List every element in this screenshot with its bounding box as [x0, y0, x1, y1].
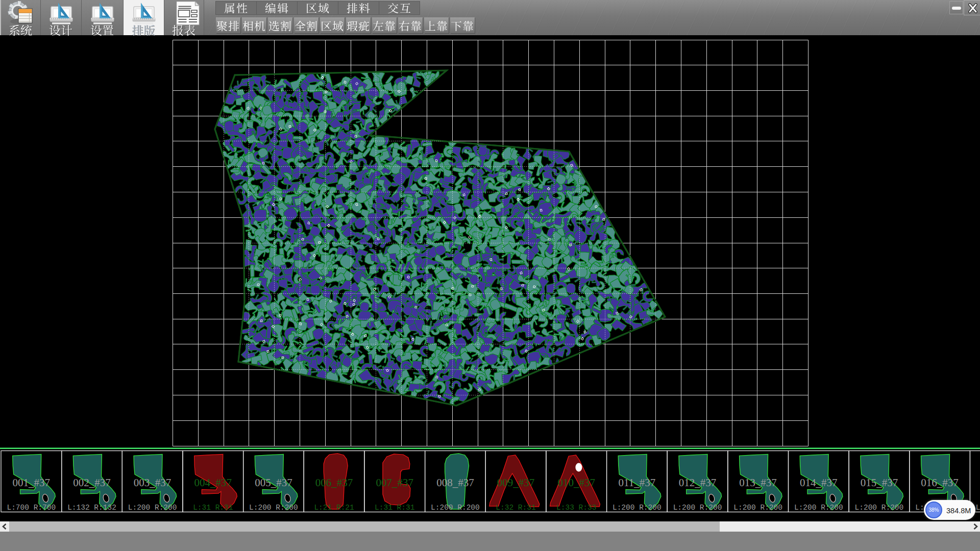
svg-text:016_#37: 016_#37 [921, 477, 959, 489]
svg-text:L:200 R:200: L:200 R:200 [794, 504, 843, 512]
svg-text:L:200 R:200: L:200 R:200 [128, 504, 177, 512]
svg-text:015_#37: 015_#37 [861, 477, 898, 489]
svg-text:L:132 R:132: L:132 R:132 [67, 504, 116, 512]
svg-text:L:200 R:200: L:200 R:200 [733, 504, 782, 512]
svg-text:L:31 R:31: L:31 R:31 [375, 504, 414, 512]
svg-text:009_#37: 009_#37 [497, 477, 535, 489]
svg-text:003_#37: 003_#37 [134, 477, 172, 489]
svg-text:008_#37: 008_#37 [436, 477, 474, 489]
svg-text:001_#37: 001_#37 [13, 477, 51, 489]
svg-text:L:200 R:200: L:200 R:200 [249, 504, 298, 512]
svg-text:L:200 R:200: L:200 R:200 [673, 504, 722, 512]
svg-text:007_#37: 007_#37 [376, 477, 413, 489]
svg-text:014_#37: 014_#37 [800, 477, 838, 489]
svg-text:005_#37: 005_#37 [255, 477, 292, 489]
svg-text:002_#37: 002_#37 [73, 477, 111, 489]
svg-text:L:33 R:33: L:33 R:33 [556, 504, 596, 512]
svg-text:013_#37: 013_#37 [739, 477, 777, 489]
svg-text:012_#37: 012_#37 [679, 477, 717, 489]
svg-text:L:200 R:200: L:200 R:200 [976, 504, 980, 512]
svg-text:004_#37: 004_#37 [194, 477, 232, 489]
svg-text:L:21 R:21: L:21 R:21 [314, 504, 354, 512]
svg-text:L:700 R:700: L:700 R:700 [7, 504, 56, 512]
svg-text:L:32 R:31: L:32 R:31 [496, 504, 535, 512]
svg-text:L:31 R:31: L:31 R:31 [193, 504, 233, 512]
svg-text:L:200 R:200: L:200 R:200 [855, 504, 904, 512]
svg-text:010_#37: 010_#37 [557, 477, 595, 489]
svg-text:L:200 R:200: L:200 R:200 [612, 504, 662, 512]
svg-text:006_#37: 006_#37 [315, 477, 353, 489]
svg-text:L:200 R:200: L:200 R:200 [431, 504, 480, 512]
svg-text:011_#37: 011_#37 [618, 477, 655, 489]
